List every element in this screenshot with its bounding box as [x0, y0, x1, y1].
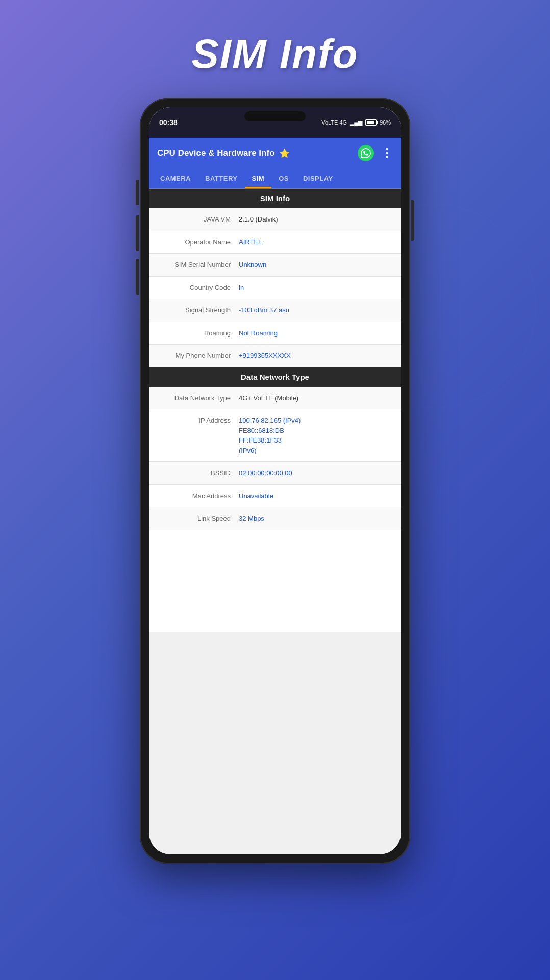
volume-up-button: [136, 180, 139, 205]
volume-down-button: [136, 215, 139, 251]
sim-row-operator: Operator Name AIRTEL: [149, 231, 401, 254]
status-time: 00:38: [159, 118, 178, 127]
network-row-link-speed: Link Speed 32 Mbps: [149, 507, 401, 530]
sim-row-country: Country Code in: [149, 277, 401, 300]
network-row-type: Data Network Type 4G+ VoLTE (Mobile): [149, 387, 401, 410]
status-right-icons: VoLTE 4G ▂▄▆ 96%: [321, 119, 391, 126]
network-row-mac: Mac Address Unavailable: [149, 485, 401, 508]
sim-info-header: SIM Info: [149, 189, 401, 208]
sim-row-signal: Signal Strength -103 dBm 37 asu: [149, 299, 401, 322]
tab-display[interactable]: DISPLAY: [296, 168, 340, 188]
tab-camera[interactable]: CAMERA: [153, 168, 198, 188]
battery-icon: [365, 119, 377, 126]
blank-space: [149, 530, 401, 632]
star-emoji: ⭐: [279, 148, 290, 159]
sim-row-roaming: Roaming Not Roaming: [149, 322, 401, 345]
app-bar: CPU Device & Hardware Info ⭐ ⋮: [149, 138, 401, 168]
sim-row-java-vm: JAVA VM 2.1.0 (Dalvik): [149, 208, 401, 231]
sim-row-phone-number: My Phone Number +9199365XXXXX: [149, 345, 401, 368]
network-row-bssid: BSSID 02:00:00:00:00:00: [149, 462, 401, 485]
app-bar-actions: ⋮: [358, 145, 393, 161]
tab-battery[interactable]: BATTERY: [198, 168, 244, 188]
sim-row-serial: SIM Serial Number Unknown: [149, 254, 401, 277]
status-bar: 00:38 VoLTE 4G ▂▄▆ 96%: [149, 107, 401, 138]
battery-percent: 96%: [380, 119, 391, 126]
network-info-header: Data Network Type: [149, 368, 401, 387]
battery-fill: [367, 121, 374, 124]
app-title-container: CPU Device & Hardware Info ⭐: [157, 148, 290, 159]
signal-bars: ▂▄▆: [350, 119, 362, 126]
app-title-text: CPU Device & Hardware Info: [157, 148, 275, 158]
power-button: [411, 200, 414, 241]
page-title: SIM Info: [191, 31, 358, 78]
tab-sim[interactable]: SIM: [245, 168, 272, 188]
phone-screen: 00:38 VoLTE 4G ▂▄▆ 96% CPU Device & Hard…: [149, 107, 401, 854]
phone-frame: 00:38 VoLTE 4G ▂▄▆ 96% CPU Device & Hard…: [140, 98, 410, 864]
content-area[interactable]: SIM Info JAVA VM 2.1.0 (Dalvik) Operator…: [149, 189, 401, 632]
more-options-button[interactable]: ⋮: [381, 146, 393, 160]
volte-indicator: VoLTE 4G: [321, 119, 347, 126]
bixby-button: [136, 259, 139, 295]
tab-os[interactable]: OS: [271, 168, 296, 188]
tab-bar: CAMERA BATTERY SIM OS DISPLAY: [149, 168, 401, 189]
whatsapp-button[interactable]: [358, 145, 374, 161]
network-row-ip: IP Address 100.76.82.165 (IPv4) FE80::68…: [149, 409, 401, 462]
